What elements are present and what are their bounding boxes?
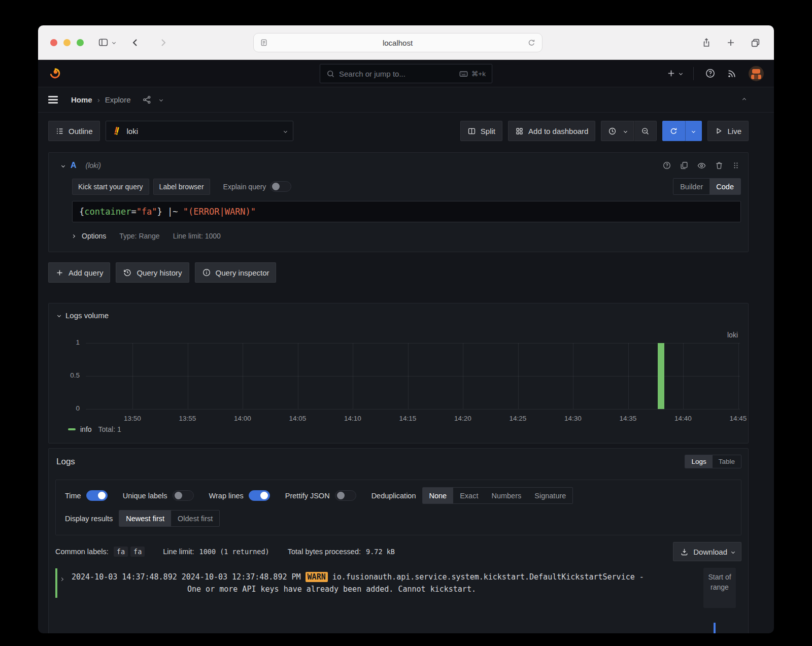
legend-total: Total: 1 (98, 425, 121, 433)
logs-volume-chart: loki info Total: 1 00.5113:5013:5514:001… (49, 303, 748, 443)
order-oldest-first[interactable]: Oldest first (171, 511, 219, 526)
sidebar-toggle-icon[interactable] (98, 37, 109, 48)
common-labels: fafa (114, 547, 145, 557)
query-history-button[interactable]: Query history (116, 262, 189, 283)
download-button[interactable]: Download (673, 542, 741, 561)
table-view-option[interactable]: Table (713, 455, 741, 468)
label-browser-button[interactable]: Label browser (153, 179, 210, 195)
builder-code-toggle: Builder Code (673, 178, 741, 195)
dedup-signature[interactable]: Signature (528, 488, 572, 503)
bytes-label: Total bytes processed: (288, 548, 361, 556)
log-text: 2024-10-03 14:37:48.892 2024-10-03 12:37… (72, 571, 741, 595)
volume-bar[interactable] (658, 343, 664, 409)
breadcrumb-chevron-icon[interactable] (159, 98, 163, 101)
add-to-dashboard-button[interactable]: Add to dashboard (508, 121, 595, 141)
datasource-picker[interactable]: loki (106, 121, 293, 141)
grafana-topnav: Search or jump to... ⌘+k (38, 60, 774, 87)
refresh-icon (669, 127, 678, 135)
back-button[interactable] (130, 38, 141, 48)
dedup-exact[interactable]: Exact (453, 488, 485, 503)
query-inspector-button[interactable]: Query inspector (195, 262, 277, 283)
toggle-visibility-icon[interactable] (697, 161, 706, 171)
download-chevron-icon (731, 550, 735, 553)
order-newest-first[interactable]: Newest first (119, 511, 171, 526)
share-alt-icon[interactable] (142, 95, 152, 105)
refresh-interval-dropdown[interactable] (685, 121, 702, 141)
zoom-button[interactable] (77, 39, 84, 46)
query-options-row[interactable]: Options Type: Range Line limit: 1000 (72, 227, 741, 245)
dedup-numbers[interactable]: Numbers (485, 488, 528, 503)
log-row[interactable]: 2024-10-03 14:37:48.892 2024-10-03 12:37… (55, 568, 741, 598)
refresh-button[interactable] (662, 121, 685, 141)
dedup-none[interactable]: None (423, 488, 454, 503)
forward-button[interactable] (158, 38, 168, 48)
zoom-out-button[interactable] (634, 121, 657, 141)
reload-icon[interactable] (527, 39, 536, 47)
live-button[interactable]: Live (707, 121, 749, 141)
query-ref-id[interactable]: A (71, 161, 77, 170)
legend-series-name: info (80, 425, 92, 433)
explain-query-toggle[interactable] (270, 181, 291, 192)
query-help-icon[interactable] (662, 161, 671, 170)
legend-swatch (68, 428, 76, 430)
wrap-lines-toggle[interactable] (249, 490, 270, 501)
time-picker-button[interactable] (601, 121, 634, 141)
kick-start-button[interactable]: Kick start your query (72, 179, 149, 195)
play-icon (715, 127, 723, 135)
info-icon (202, 268, 211, 277)
breadcrumb-home[interactable]: Home (71, 95, 92, 104)
delete-query-icon[interactable] (715, 161, 724, 170)
reader-icon[interactable] (260, 39, 268, 47)
share-icon[interactable] (701, 38, 712, 48)
datasource-name: loki (127, 127, 139, 135)
history-icon (123, 268, 132, 277)
news-icon[interactable] (727, 68, 737, 79)
options-type: Type: Range (119, 232, 159, 240)
log-control: Wrap lines (209, 490, 270, 501)
common-label-badge: fa (130, 547, 145, 557)
minimize-button[interactable] (63, 39, 71, 46)
browser-window: localhost (38, 25, 774, 633)
logs-view-option[interactable]: Logs (685, 455, 712, 468)
control-label: Unique labels (123, 492, 167, 500)
menu-icon[interactable] (48, 96, 58, 103)
traffic-lights (50, 39, 84, 46)
address-bar[interactable]: localhost (253, 33, 543, 52)
gridline-h (86, 343, 740, 344)
new-tab-icon[interactable] (726, 38, 736, 48)
x-axis-tick: 14:30 (555, 415, 591, 422)
duplicate-query-icon[interactable] (680, 161, 689, 170)
help-icon[interactable] (705, 68, 716, 79)
chart-legend[interactable]: info Total: 1 (68, 425, 121, 433)
tab-overview-icon[interactable] (750, 38, 761, 48)
collapse-chevron-icon[interactable] (742, 98, 746, 101)
actions-row: Add query Query history Query inspector (38, 252, 774, 283)
grafana-logo[interactable] (48, 66, 62, 80)
drag-handle-icon[interactable] (732, 161, 740, 169)
query-collapse-icon[interactable] (61, 163, 65, 167)
log-list: 2024-10-03 14:37:48.892 2024-10-03 12:37… (55, 568, 741, 598)
sidebar-chevron-icon[interactable] (112, 41, 116, 44)
x-axis-tick: 13:55 (170, 415, 206, 422)
log-expand-icon[interactable] (60, 571, 72, 595)
keyboard-icon (459, 69, 468, 79)
outline-button[interactable]: Outline (48, 121, 100, 141)
code-option[interactable]: Code (709, 179, 740, 194)
start-of-range[interactable]: Start of range (703, 568, 736, 608)
breadcrumb-current[interactable]: Explore (105, 95, 131, 104)
line-limit-label: Line limit: (163, 548, 194, 556)
builder-option[interactable]: Builder (673, 179, 709, 194)
unique-labels-toggle[interactable] (173, 490, 194, 501)
prettify-json-toggle[interactable] (335, 490, 356, 501)
add-query-button[interactable]: Add query (48, 262, 110, 283)
split-button[interactable]: Split (460, 121, 502, 141)
query-expression[interactable]: {container="fa"} |~ "(ERROR|WARN)" (72, 201, 741, 222)
url-text[interactable]: localhost (268, 39, 527, 47)
avatar[interactable] (749, 66, 764, 81)
close-button[interactable] (50, 39, 57, 46)
time-toggle[interactable] (86, 490, 108, 501)
add-new-button[interactable] (666, 69, 682, 78)
search-input[interactable]: Search or jump to... ⌘+k (320, 64, 492, 83)
scroll-indicator[interactable] (714, 623, 716, 633)
x-axis-tick: 14:20 (445, 415, 481, 422)
